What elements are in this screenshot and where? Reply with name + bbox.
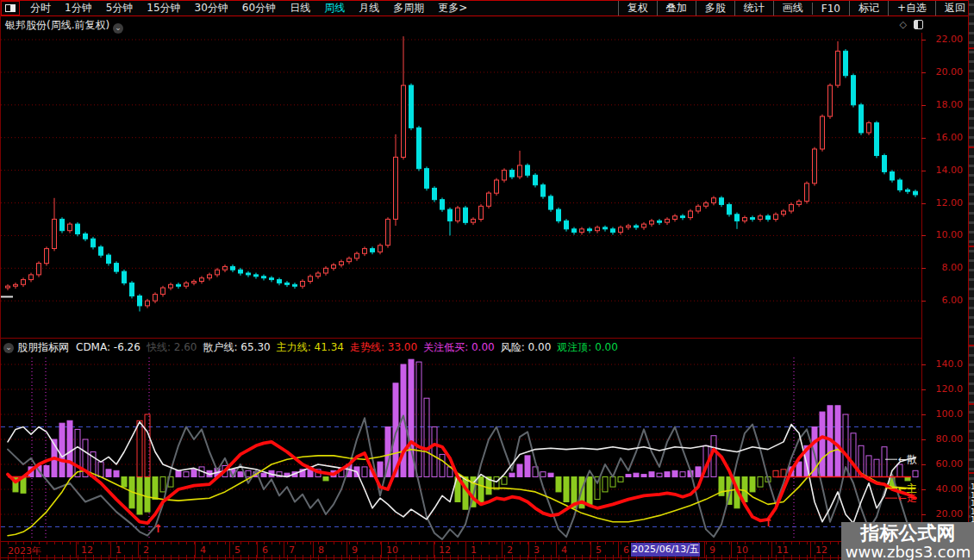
toolbar-action-3[interactable]: 统计 [734, 1, 773, 16]
axis-label: 22.00 [925, 34, 963, 45]
date-label: 12 [815, 544, 827, 556]
axis-label: 20.00 [925, 508, 963, 520]
indicator-field-1: 快线: 2.60 [147, 341, 197, 353]
chevron-down-icon[interactable]: ⌄ [3, 343, 14, 353]
indicator-field-4: 走势线: 33.00 [350, 341, 417, 353]
date-label: 5 [596, 544, 602, 556]
selected-date-badge: 2025/06/13/五 [631, 543, 700, 557]
indicator-field-7: 观注顶: 0.00 [557, 341, 618, 353]
period-tab-5[interactable]: 60分钟 [235, 1, 283, 16]
clipped-price-digit: 1 [971, 491, 974, 500]
date-label: 7 [289, 544, 295, 556]
axis-label: 8.00 [925, 262, 963, 273]
toolbar-action-4[interactable]: 画线 [773, 1, 812, 16]
indicator-panel-chart[interactable]: ↑↑←散←主←走 [1, 356, 921, 541]
watermark-url: www.zbgs3.com [841, 544, 974, 560]
date-axis: 2023年121245678910121234569101112 2025/06… [1, 541, 921, 558]
date-label: 10 [736, 544, 748, 556]
title-row: 银邦股份(周线.前复权) ⌄ ◇ [1, 16, 974, 33]
date-label: 12 [439, 544, 451, 556]
axis-label: 60.00 [925, 458, 963, 470]
date-label: 2023年 [8, 544, 41, 557]
axis-label: 80.00 [925, 433, 963, 445]
date-label: 2 [143, 544, 149, 556]
date-label: 1 [471, 544, 477, 556]
stock-title: 银邦股份(周线.前复权) ⌄ [5, 18, 123, 34]
axis-label: 18.00 [925, 99, 963, 110]
date-label: 6 [623, 544, 629, 556]
svg-text:↑: ↑ [153, 522, 163, 535]
date-label: 1 [116, 544, 122, 556]
indicator-field-2: 散户线: 65.30 [203, 341, 270, 353]
axis-label: 16.00 [925, 132, 963, 143]
date-label: 4 [561, 544, 567, 556]
trading-app-window: 分时1分钟5分钟15分钟30分钟60分钟日线周线月线多周期更多> 复权叠加多股统… [0, 0, 974, 560]
period-tab-10[interactable]: 更多> [431, 1, 474, 16]
clipped-price-digit: 1 [971, 507, 974, 516]
toolbar-action-1[interactable]: 叠加 [657, 1, 696, 16]
toolbar-action-0[interactable]: 复权 [618, 1, 657, 16]
date-label: 8 [318, 544, 324, 556]
axis-label: 20.00 [925, 66, 963, 78]
axis-label: 40.00 [925, 483, 963, 495]
clipped-price-digit: 1 [971, 482, 974, 491]
toolbar-action-2[interactable]: 多股 [696, 1, 734, 16]
watermark: 指标公式网 www.zbgs3.com [841, 522, 974, 560]
indicator-field-3: 主力线: 41.34 [277, 341, 344, 353]
toolbar-action-7[interactable]: +自选 [888, 1, 935, 16]
date-label: 12 [81, 544, 93, 556]
period-tab-1[interactable]: 1分钟 [58, 1, 99, 16]
period-tab-3[interactable]: 15分钟 [140, 1, 187, 16]
date-label: 11 [777, 544, 789, 556]
panel-layout-icon[interactable] [914, 20, 923, 29]
date-label: 4 [200, 544, 206, 556]
axis-label: 100.0 [925, 408, 963, 420]
period-tabs: 分时1分钟5分钟15分钟30分钟60分钟日线周线月线多周期更多> [23, 1, 474, 16]
date-label: 9 [352, 544, 358, 556]
price-axis-line [921, 33, 922, 558]
axis-label: 10.00 [925, 229, 963, 240]
period-toolbar: 分时1分钟5分钟15分钟30分钟60分钟日线周线月线多周期更多> 复权叠加多股统… [1, 0, 974, 16]
period-tab-9[interactable]: 多周期 [386, 1, 431, 16]
indicator-values: CDMA: -6.26快线: 2.60散户线: 65.30主力线: 41.34走… [76, 340, 624, 355]
svg-text:←散: ←散 [898, 453, 917, 465]
indicator-field-5: 关注低买: 0.00 [423, 341, 495, 353]
axis-label: 120.0 [925, 383, 963, 395]
indicator-header: ⌄ 股朋指标网 CDMA: -6.26快线: 2.60散户线: 65.30主力线… [1, 338, 921, 357]
period-tab-4[interactable]: 30分钟 [188, 1, 235, 16]
svg-text:↑: ↑ [764, 516, 773, 529]
toolbar-action-6[interactable]: 标记 [849, 1, 888, 16]
period-tab-7[interactable]: 周线 [317, 1, 352, 16]
axis-label: 12.00 [925, 197, 963, 208]
date-label: 6 [262, 544, 268, 556]
watermark-site-name: 指标公式网 [841, 523, 974, 544]
clipped-price-digit: 1 [971, 499, 974, 507]
date-label: 9 [709, 544, 715, 556]
indicator-source-label: 股朋指标网 [17, 340, 69, 355]
period-tab-0[interactable]: 分时 [23, 1, 58, 16]
date-label: 2 [507, 544, 513, 556]
svg-text:←走: ←走 [898, 492, 917, 504]
axis-label: 6.00 [925, 295, 963, 306]
toolbar-action-5[interactable]: F10 [812, 3, 849, 15]
period-tab-6[interactable]: 日线 [283, 1, 317, 16]
date-label: 3 [534, 544, 540, 556]
window-icon[interactable] [1, 1, 20, 16]
indicator-field-0: CDMA: -6.26 [76, 341, 140, 353]
diamond-icon[interactable]: ◇ [900, 19, 907, 30]
main-candlestick-chart[interactable] [1, 33, 921, 338]
indicator-field-6: 风险: 0.00 [501, 341, 552, 353]
right-edge-panel-strip: 1111111 [968, 0, 974, 560]
axis-label: 14.00 [925, 165, 963, 176]
date-label: 10 [386, 544, 398, 556]
period-tab-2[interactable]: 5分钟 [99, 1, 140, 16]
period-tab-8[interactable]: 月线 [352, 1, 386, 16]
date-label: 5 [234, 544, 240, 556]
toolbar-right-actions: 复权叠加多股统计画线F10标记+自选返回 [618, 1, 974, 16]
axis-label: 140.0 [925, 358, 963, 370]
